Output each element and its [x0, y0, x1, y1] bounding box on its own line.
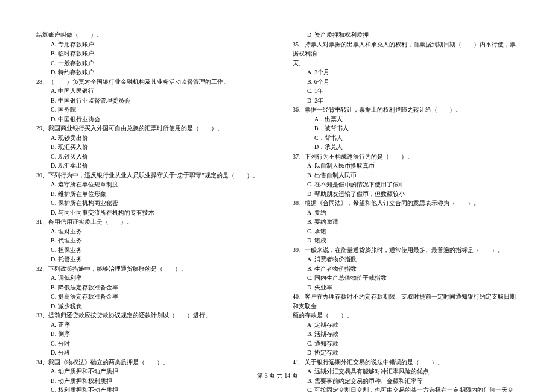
question-line: 33、提前归还贷款应按贷款协议规定的还款计划以（ ）进行。 — [36, 311, 262, 320]
question-line: 39、一般来说，在衡量通货膨胀时，通常使用最多、最普遍的指标是（ ）。 — [293, 245, 519, 255]
option-line: D. 失业率 — [293, 283, 519, 292]
option-line: B. 临时存款账户 — [36, 49, 262, 58]
option-line: B. 代理业务 — [36, 236, 262, 245]
option-line: A. 定期存款 — [293, 320, 519, 330]
question-line: 结算账户叫做（ ）。 — [36, 30, 262, 40]
option-line: C. 国内生产总值物价平减指数 — [293, 273, 519, 283]
question-line: 灭。 — [293, 58, 519, 68]
question-line: 30、下列行为中，违反银行业从业人员职业操守关于“忠于职守”规定的是（ ）。 — [36, 171, 262, 180]
right-column: D. 资产质押和权利质押35、持票人对票据的出票人和承兑人的权利，自票据到期日期… — [293, 30, 519, 392]
option-line: A. 专用存款账户 — [36, 40, 262, 49]
option-line: C. 通知存款 — [293, 339, 519, 349]
question-line: 29、我国商业银行买入外国可自由兑换的汇票时所使用的是（ ）。 — [36, 124, 262, 133]
question-line: 38、根据《合同法》，希望和他人订立合同的意思表示称为（ ）。 — [293, 198, 519, 208]
option-line: A. 正序 — [36, 320, 262, 330]
option-line: C. 提高法定存款准备金率 — [36, 292, 262, 302]
option-line: D. 2年 — [293, 96, 519, 106]
option-line: C. 一般存款账户 — [36, 58, 262, 68]
document-page: 结算账户叫做（ ）。A. 专用存款账户B. 临时存款账户C. 一般存款账户D. … — [0, 0, 555, 392]
question-line: 37、下列行为不构成违法行为的是（ ）。 — [293, 152, 519, 162]
question-line: 35、持票人对票据的出票人和承兑人的权利，自票据到期日期（ ）内不行使，票据权利… — [293, 40, 519, 58]
option-line: B. 现汇买入价 — [36, 142, 262, 152]
option-line: C. 在不知是假币的情况下使用了假币 — [293, 180, 519, 189]
option-line: B. 出售自制人民币 — [293, 171, 519, 180]
question-line: 额的存款是（ ）。 — [293, 311, 519, 320]
option-line: D. 中国银行业协会 — [36, 115, 262, 124]
option-line: C. 1年 — [293, 86, 519, 96]
option-line: B. 降低法定存款准备金率 — [36, 283, 262, 292]
option-line: B. 要约邀请 — [293, 217, 519, 227]
question-line: 28、（ ）负责对全国银行业金融机构及其业务活动监督管理的工作。 — [36, 77, 262, 87]
left-column: 结算账户叫做（ ）。A. 专用存款账户B. 临时存款账户C. 一般存款账户D. … — [36, 30, 262, 392]
option-line: C．背书人 — [293, 133, 519, 143]
option-line: A. 消费者物价指数 — [293, 254, 519, 264]
question-line: 31、备用信用证实质上是（ ）。 — [36, 217, 262, 227]
option-line: A. 调低利率 — [36, 273, 262, 283]
option-line: A. 理财业务 — [36, 227, 262, 236]
option-line: C. 担保业务 — [36, 245, 262, 255]
option-line: D. 诺成 — [293, 236, 519, 245]
option-line: A. 中国人民银行 — [36, 86, 262, 96]
option-line: A. 以自制人民币换取真币 — [293, 161, 519, 171]
option-line: D. 资产质押和权利质押 — [293, 30, 519, 40]
option-line: C. 可按固定交割日交割，也可由交易的某一方选择在一定期限内的任何一天交割 — [293, 385, 519, 392]
option-line: B. 中国银行业监督管理委员会 — [36, 96, 262, 106]
option-line: C. 分时 — [36, 339, 262, 349]
question-line: 34、我国《物权法》确立的两类质押是（ ）。 — [36, 358, 262, 367]
option-line: D. 特约存款账户 — [36, 68, 262, 77]
option-line: C. 承诺 — [293, 227, 519, 236]
option-line: C. 现钞买入价 — [36, 152, 262, 162]
option-line: D. 分段 — [36, 348, 262, 358]
option-line: D. 现汇卖出价 — [36, 161, 262, 171]
option-line: B. 生产者物价指数 — [293, 264, 519, 274]
option-line: D. 托管业务 — [36, 254, 262, 264]
question-line: 40、客户在办理存款时不约定存款期限、支取时提前一定时间通知银行约定支取日期和支… — [293, 292, 519, 311]
option-line: C. 保护所在机构商业秘密 — [36, 198, 262, 208]
option-line: D. 协定存款 — [293, 348, 519, 358]
option-line: A. 遵守所在单位规章制度 — [36, 180, 262, 189]
question-line: 32、下列政策措施中，能够治理通货膨胀的是（ ）。 — [36, 264, 262, 274]
option-line: D. 减少税负 — [36, 302, 262, 311]
option-line: D. 与同业同事交流所在机构的专有技术 — [36, 208, 262, 218]
option-line: B. 维护所在单位形象 — [36, 189, 262, 199]
option-line: B. 活期存款 — [293, 329, 519, 339]
option-line: B. 倒序 — [36, 329, 262, 339]
option-line: A．出票人 — [293, 115, 519, 124]
option-line: B. 6个月 — [293, 77, 519, 87]
option-line: A. 3个月 — [293, 68, 519, 77]
question-line: 41、关于银行远期外汇交易的说法中错误的是（ ）。 — [293, 358, 519, 367]
option-line: A. 要约 — [293, 208, 519, 218]
option-line: C. 权利质押和不动产质押 — [36, 385, 262, 392]
option-line: D．承兑人 — [293, 142, 519, 152]
option-line: C. 国务院 — [36, 105, 262, 115]
option-line: B．被背书人 — [293, 124, 519, 133]
page-footer: 第 3 页 共 14 页 — [0, 371, 555, 380]
option-line: D. 帮助朋友运输了假币，但数额较小 — [293, 189, 519, 199]
option-line: A. 现钞卖出价 — [36, 133, 262, 143]
question-line: 36、票据一经背书转让，票据上的权利也随之转让给（ ）。 — [293, 105, 519, 115]
